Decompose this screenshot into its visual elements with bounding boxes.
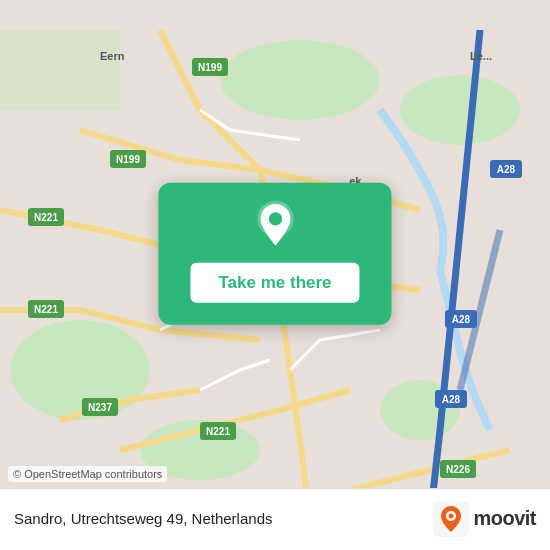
- svg-point-35: [449, 513, 454, 518]
- svg-text:N221: N221: [206, 426, 230, 437]
- svg-point-1: [10, 320, 150, 420]
- svg-text:A28: A28: [442, 394, 461, 405]
- address-label: Sandro, Utrechtseweg 49, Netherlands: [14, 510, 272, 527]
- svg-point-6: [400, 75, 520, 145]
- svg-text:N221: N221: [34, 212, 58, 223]
- moovit-logo-icon: [433, 501, 469, 537]
- svg-point-32: [268, 212, 281, 225]
- location-pin-icon: [251, 201, 299, 249]
- svg-text:Le...: Le...: [470, 50, 492, 62]
- svg-text:N221: N221: [34, 304, 58, 315]
- moovit-logo: moovit: [433, 501, 536, 537]
- svg-text:N226: N226: [446, 464, 470, 475]
- moovit-text: moovit: [473, 507, 536, 530]
- svg-text:N237: N237: [88, 402, 112, 413]
- svg-text:A28: A28: [452, 314, 471, 325]
- bottom-info-bar: Sandro, Utrechtseweg 49, Netherlands moo…: [0, 488, 550, 550]
- navigation-card: Take me there: [158, 183, 391, 325]
- svg-text:N199: N199: [198, 62, 222, 73]
- svg-point-3: [380, 380, 460, 440]
- svg-point-5: [220, 40, 380, 120]
- svg-rect-4: [0, 30, 120, 110]
- osm-attribution: © OpenStreetMap contributors: [8, 466, 167, 482]
- svg-text:A28: A28: [497, 164, 516, 175]
- map-container: N199 N199 N221 N221 N221 N237 A28 A28 A2…: [0, 0, 550, 550]
- take-me-there-button[interactable]: Take me there: [190, 263, 359, 303]
- svg-text:N199: N199: [116, 154, 140, 165]
- svg-text:Eern: Eern: [100, 50, 125, 62]
